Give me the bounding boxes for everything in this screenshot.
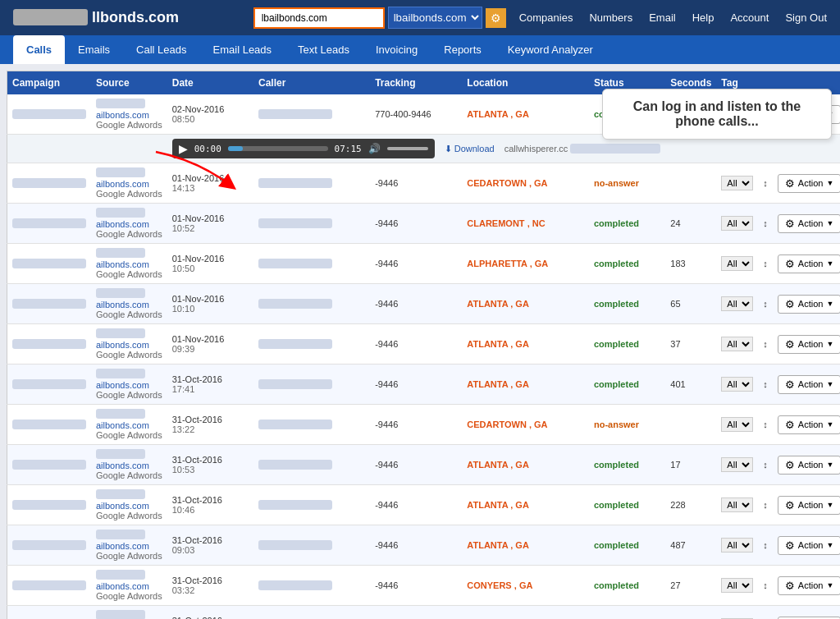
tag-select[interactable]: All: [721, 337, 753, 351]
play-button[interactable]: ▶: [179, 142, 188, 155]
cell-caller: [253, 204, 370, 244]
cell-caller: [253, 525, 370, 566]
subnav-invoicing[interactable]: Invoicing: [363, 35, 431, 64]
tag-select[interactable]: All: [721, 256, 753, 271]
cell-seconds: 228: [665, 485, 716, 525]
cell-tag: All: [716, 284, 758, 324]
table-row: ailbonds.com Google Adwords 01-Nov-20161…: [7, 204, 841, 244]
cell-date: 01-Nov-201614:13: [167, 163, 253, 204]
nav-companies[interactable]: Companies: [519, 11, 573, 24]
cell-date: 31-Oct-201609:03: [167, 525, 253, 566]
download-button[interactable]: ⬇ Download: [445, 144, 495, 154]
cell-tag-arrow: ↕: [758, 324, 773, 365]
domain-icon-button[interactable]: ⚙: [486, 8, 506, 28]
cell-caller: [253, 405, 370, 445]
caret-icon: ▼: [826, 259, 833, 268]
cell-caller: [253, 606, 370, 620]
subnav-reports[interactable]: Reports: [431, 35, 495, 64]
audio-cell-empty: [7, 135, 167, 163]
tag-select[interactable]: All: [721, 417, 753, 432]
tag-select[interactable]: All: [721, 457, 753, 472]
tag-select[interactable]: All: [721, 497, 753, 512]
cell-tag: All: [716, 365, 758, 405]
top-nav: ████ llbonds.com lbailbonds.com ⚙ Compan…: [0, 0, 840, 35]
cell-tracking: -9446: [370, 606, 462, 620]
progress-fill: [228, 146, 243, 151]
action-button[interactable]: ⚙ Action ▼: [778, 254, 840, 273]
cell-date: 01-Nov-201609:39: [167, 324, 253, 365]
cell-seconds: 65: [665, 284, 716, 324]
caret-icon: ▼: [826, 541, 833, 549]
logo: ████ llbonds.com: [13, 9, 240, 26]
cell-date: 31-Oct-201610:46: [167, 485, 253, 525]
tag-select[interactable]: All: [721, 296, 753, 311]
action-button[interactable]: ⚙ Action ▼: [778, 496, 840, 515]
gear-icon: ⚙: [785, 539, 795, 552]
subnav-keyword-analyzer[interactable]: Keyword Analyzer: [495, 35, 606, 64]
tag-select[interactable]: All: [721, 216, 753, 231]
action-button[interactable]: ⚙ Action ▼: [778, 375, 840, 394]
subnav-calls[interactable]: Calls: [13, 35, 65, 64]
caret-icon: ▼: [826, 501, 833, 509]
action-button[interactable]: ⚙ Action ▼: [778, 456, 840, 475]
cell-location: ATLANTA , GA: [462, 525, 589, 566]
gear-icon: ⚙: [785, 499, 795, 511]
cell-source: ailbonds.com Google Adwords: [91, 405, 167, 445]
cell-tracking: -9446: [370, 284, 462, 324]
table-row: ailbonds.com Google Adwords 31-Oct-20161…: [7, 445, 841, 485]
tag-select[interactable]: All: [721, 538, 753, 553]
tag-select[interactable]: All: [721, 377, 753, 392]
gear-icon: ⚙: [785, 419, 795, 431]
nav-account[interactable]: Account: [730, 11, 769, 24]
caret-icon: ▼: [826, 581, 833, 589]
cell-date: 01-Nov-201610:10: [167, 284, 253, 324]
subnav-emails[interactable]: Emails: [65, 35, 123, 64]
domain-input[interactable]: [253, 7, 385, 29]
action-button[interactable]: ⚙ Action ▼: [778, 415, 840, 434]
nav-help[interactable]: Help: [692, 11, 714, 24]
gear-icon: ⚙: [785, 338, 795, 351]
cell-status: no-answer: [589, 405, 665, 445]
subnav-text-leads[interactable]: Text Leads: [285, 35, 363, 64]
table-row: ailbonds.com Google Adwords 01-Nov-20160…: [7, 324, 841, 365]
subnav-email-leads[interactable]: Email Leads: [200, 35, 285, 64]
cell-campaign: [7, 284, 92, 324]
tag-select[interactable]: All: [721, 578, 753, 593]
col-tracking: Tracking: [370, 71, 462, 95]
nav-numbers[interactable]: Numbers: [589, 11, 632, 24]
progress-bar[interactable]: [228, 146, 328, 151]
cell-location: ATLANTA , GA: [462, 284, 589, 324]
cell-date: 02-Nov-201608:50: [167, 94, 253, 135]
gear-icon: ⚙: [785, 298, 795, 310]
cell-status: completed: [589, 244, 665, 284]
cell-action: ⚙ Action ▼: [773, 525, 840, 566]
cell-location: CEDARTOWN , GA: [462, 163, 589, 204]
cell-caller: [253, 324, 370, 365]
action-button[interactable]: ⚙ Action ▼: [778, 214, 840, 233]
action-button[interactable]: ⚙ Action ▼: [778, 576, 840, 595]
domain-dropdown[interactable]: lbailbonds.com: [388, 7, 482, 29]
action-button[interactable]: ⚙ Action ▼: [778, 295, 840, 314]
cell-tracking: 770-400-9446: [370, 94, 462, 135]
action-button[interactable]: ⚙ Action ▼: [778, 536, 840, 555]
cell-location: CONYERS , GA: [462, 566, 589, 606]
cell-tracking: -9446: [370, 244, 462, 284]
action-button[interactable]: ⚙ Action ▼: [778, 174, 840, 193]
cell-campaign: [7, 566, 92, 606]
cell-tracking: -9446: [370, 525, 462, 566]
table-row: ailbonds.com Google Adwords 01-Nov-20161…: [7, 244, 841, 284]
caret-icon: ▼: [826, 179, 833, 187]
caret-icon: ▼: [826, 420, 833, 429]
callwhisperer-link: callwhisperer.cc: [504, 144, 661, 154]
cell-tag-arrow: ↕: [758, 163, 773, 204]
action-button[interactable]: ⚙ Action ▼: [778, 335, 840, 354]
cell-date: 31-Oct-201617:41: [167, 365, 253, 405]
gear-icon: ⚙: [785, 378, 795, 391]
cell-campaign: [7, 324, 92, 365]
volume-bar[interactable]: [387, 147, 428, 150]
nav-email[interactable]: Email: [649, 11, 676, 24]
tag-select[interactable]: All: [721, 176, 753, 190]
subnav-call-leads[interactable]: Call Leads: [123, 35, 199, 64]
action-button[interactable]: ⚙ Action ▼: [778, 617, 840, 620]
nav-signout[interactable]: Sign Out: [785, 11, 827, 24]
